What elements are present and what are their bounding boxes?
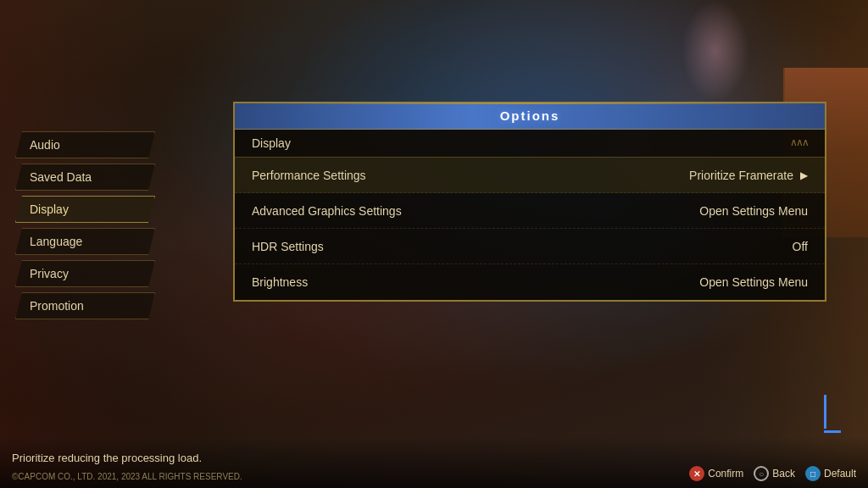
btn-hint-confirm: ✕Confirm [689, 466, 743, 481]
option-row-brightness[interactable]: BrightnessOpen Settings Menu [235, 264, 825, 300]
header-decoration: ∧∧∧ [790, 136, 808, 148]
option-row-hdr-settings[interactable]: HDR SettingsOff [235, 229, 825, 264]
option-row-performance-settings[interactable]: Performance SettingsPrioritize Framerate… [235, 158, 825, 193]
option-arrow-performance-settings: ▶ [800, 169, 808, 181]
option-value-text-advanced-graphics: Open Settings Menu [699, 204, 808, 218]
btn-icon-confirm: ✕ [689, 466, 704, 481]
btn-label-confirm: Confirm [708, 468, 743, 480]
option-label-performance-settings: Performance Settings [252, 169, 689, 182]
sidebar-item-display[interactable]: Display [15, 196, 155, 223]
sidebar-item-privacy[interactable]: Privacy [15, 260, 155, 287]
sidebar: AudioSaved DataDisplayLanguagePrivacyPro… [15, 131, 155, 319]
options-panel: Options Display ∧∧∧ Performance Settings… [233, 102, 826, 302]
options-rows: Performance SettingsPrioritize Framerate… [235, 158, 825, 300]
button-hints: ✕Confirm○Back□Default [689, 466, 856, 481]
sidebar-item-promotion[interactable]: Promotion [15, 292, 155, 319]
option-value-text-performance-settings: Prioritize Framerate [689, 169, 793, 182]
btn-icon-back: ○ [754, 466, 769, 481]
option-label-brightness: Brightness [252, 275, 699, 289]
sidebar-item-language[interactable]: Language [15, 228, 155, 255]
btn-label-back: Back [772, 468, 795, 480]
display-section-header: Display ∧∧∧ [235, 130, 825, 158]
option-label-advanced-graphics: Advanced Graphics Settings [252, 204, 699, 218]
options-title: Options [500, 108, 560, 123]
cherry-blossom-decoration [682, 0, 749, 102]
hint-text: Prioritize reducing the processing load. [12, 452, 202, 464]
option-value-advanced-graphics: Open Settings Menu [699, 204, 808, 218]
sidebar-item-saved-data[interactable]: Saved Data [15, 164, 155, 191]
option-value-brightness: Open Settings Menu [699, 275, 808, 289]
option-label-hdr-settings: HDR Settings [252, 240, 793, 253]
display-label: Display [252, 136, 291, 150]
cursor-decoration [817, 395, 843, 437]
btn-hint-default: □Default [805, 466, 856, 481]
option-row-advanced-graphics[interactable]: Advanced Graphics SettingsOpen Settings … [235, 193, 825, 229]
sidebar-item-audio[interactable]: Audio [15, 131, 155, 158]
bottom-bar: Prioritize reducing the processing load.… [0, 437, 868, 488]
option-value-performance-settings: Prioritize Framerate▶ [689, 169, 808, 182]
options-title-bar: Options [235, 103, 825, 130]
option-value-hdr-settings: Off [793, 240, 808, 253]
copyright-text: ©CAPCOM CO., LTD. 2021, 2023 ALL RIGHTS … [12, 472, 242, 481]
option-value-text-hdr-settings: Off [793, 240, 808, 253]
btn-hint-back: ○Back [754, 466, 795, 481]
option-value-text-brightness: Open Settings Menu [699, 275, 808, 289]
btn-icon-default: □ [805, 466, 821, 481]
btn-label-default: Default [824, 468, 856, 480]
